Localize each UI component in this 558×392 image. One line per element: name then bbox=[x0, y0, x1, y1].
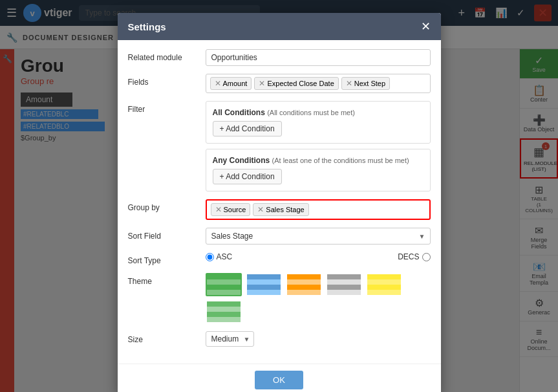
decs-radio[interactable] bbox=[422, 253, 431, 261]
modal-footer: OK bbox=[118, 364, 441, 392]
settings-modal: Settings ✕ Related module Fields ✕ bbox=[118, 13, 441, 392]
all-conditions-box: All Conditions (All conditions must be m… bbox=[206, 101, 431, 144]
groupby-tags-input[interactable]: ✕ Source ✕ Sales Stage bbox=[206, 199, 431, 220]
tag-sales-stage-remove[interactable]: ✕ bbox=[257, 205, 264, 214]
any-conditions-title: Any Conditions (At least one of the cond… bbox=[213, 156, 424, 165]
sort-field-label: Sort Field bbox=[128, 228, 206, 241]
modal-title: Settings bbox=[128, 21, 166, 32]
related-module-row: Related module bbox=[128, 49, 431, 66]
theme-swatch-2[interactable] bbox=[246, 273, 282, 296]
tag-next-step: ✕ Next Step bbox=[341, 77, 390, 90]
sort-type-radio-row: ASC DECS bbox=[206, 252, 431, 261]
ok-button[interactable]: OK bbox=[255, 371, 303, 389]
tag-expected-close-date-text: Expected Close Date bbox=[267, 80, 334, 87]
theme-swatch-4[interactable] bbox=[326, 273, 362, 296]
fields-row: Fields ✕ Amount ✕ Expected Close Date ✕ bbox=[128, 74, 431, 93]
tag-next-step-remove[interactable]: ✕ bbox=[346, 79, 352, 88]
tag-amount: ✕ Amount bbox=[210, 77, 252, 90]
filter-control: All Conditions (All conditions must be m… bbox=[206, 101, 431, 191]
filter-label: Filter bbox=[128, 101, 206, 114]
any-conditions-box: Any Conditions (At least one of the cond… bbox=[206, 149, 431, 191]
size-select-wrapper: Small Medium Large bbox=[206, 331, 254, 347]
tag-expected-close-date-remove[interactable]: ✕ bbox=[259, 79, 265, 88]
asc-radio-label[interactable]: ASC bbox=[206, 252, 233, 261]
sort-type-control: ASC DECS bbox=[206, 252, 431, 261]
theme-swatch-6[interactable] bbox=[206, 300, 242, 323]
modal-close-button[interactable]: ✕ bbox=[421, 19, 431, 34]
tag-source: ✕ Source bbox=[211, 203, 251, 216]
modal-body: Related module Fields ✕ Amount ✕ bbox=[118, 40, 441, 364]
theme-label: Theme bbox=[128, 273, 206, 286]
modal-overlay: Settings ✕ Related module Fields ✕ bbox=[0, 0, 558, 392]
themes-row bbox=[206, 273, 431, 323]
fields-control: ✕ Amount ✕ Expected Close Date ✕ Next St… bbox=[206, 74, 431, 93]
all-conditions-subtitle: (All conditions must be met) bbox=[267, 109, 355, 116]
theme-swatch-5[interactable] bbox=[366, 273, 402, 296]
sort-type-row: Sort Type ASC DECS bbox=[128, 252, 431, 265]
groupby-control: ✕ Source ✕ Sales Stage bbox=[206, 199, 431, 220]
tag-next-step-text: Next Step bbox=[354, 80, 385, 87]
tag-sales-stage: ✕ Sales Stage bbox=[253, 203, 308, 216]
groupby-row: Group by ✕ Source ✕ Sales Stage bbox=[128, 199, 431, 220]
tag-amount-text: Amount bbox=[223, 80, 248, 87]
theme-swatch-3[interactable] bbox=[286, 273, 322, 296]
related-module-label: Related module bbox=[128, 49, 206, 62]
tag-expected-close-date: ✕ Expected Close Date bbox=[254, 77, 338, 90]
any-conditions-subtitle: (At least one of the conditions must be … bbox=[272, 157, 409, 164]
decs-label-text: DECS bbox=[398, 252, 419, 261]
modal-header: Settings ✕ bbox=[118, 13, 441, 40]
asc-radio[interactable] bbox=[206, 253, 214, 261]
sort-type-label: Sort Type bbox=[128, 252, 206, 265]
fields-tags-input[interactable]: ✕ Amount ✕ Expected Close Date ✕ Next St… bbox=[206, 74, 431, 93]
size-control: Small Medium Large bbox=[206, 331, 431, 347]
add-condition-button-2[interactable]: + Add Condition bbox=[213, 169, 282, 184]
tag-amount-remove[interactable]: ✕ bbox=[215, 79, 221, 88]
groupby-label: Group by bbox=[128, 199, 206, 212]
sort-field-select[interactable]: Sales Stage Amount Source bbox=[206, 228, 431, 245]
size-label: Size bbox=[128, 331, 206, 344]
decs-radio-label[interactable]: DECS bbox=[398, 252, 430, 261]
theme-swatch-1[interactable] bbox=[206, 273, 242, 296]
all-conditions-title: All Conditions (All conditions must be m… bbox=[213, 108, 424, 117]
theme-row: Theme bbox=[128, 273, 431, 323]
size-row: Size Small Medium Large bbox=[128, 331, 431, 347]
asc-label: ASC bbox=[217, 252, 233, 261]
fields-label: Fields bbox=[128, 74, 206, 87]
theme-control bbox=[206, 273, 431, 323]
add-condition-button-1[interactable]: + Add Condition bbox=[213, 121, 282, 136]
related-module-control bbox=[206, 49, 431, 66]
sort-field-row: Sort Field Sales Stage Amount Source bbox=[128, 228, 431, 245]
size-select[interactable]: Small Medium Large bbox=[206, 331, 254, 347]
filter-row: Filter All Conditions (All conditions mu… bbox=[128, 101, 431, 191]
tag-source-text: Source bbox=[224, 206, 246, 213]
tag-source-remove[interactable]: ✕ bbox=[215, 205, 222, 214]
related-module-input[interactable] bbox=[206, 49, 431, 66]
sort-field-control: Sales Stage Amount Source bbox=[206, 228, 431, 245]
tag-sales-stage-text: Sales Stage bbox=[266, 206, 304, 213]
